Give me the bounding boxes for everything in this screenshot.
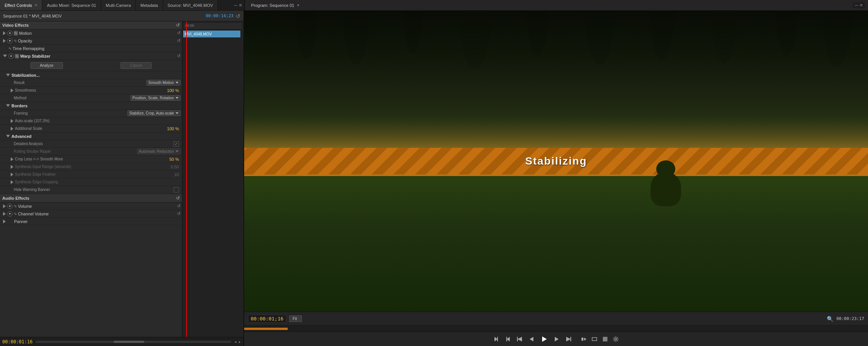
svg-rect-5 bbox=[517, 337, 518, 341]
fx-row-additional-scale[interactable]: Additional Scale 100 % bbox=[0, 125, 182, 133]
smoothness-expand-icon[interactable] bbox=[11, 89, 13, 92]
borders-expand-icon[interactable] bbox=[6, 104, 10, 107]
timeline-scrubber[interactable] bbox=[244, 325, 868, 331]
play-button[interactable] bbox=[539, 335, 549, 344]
transport-controls-right bbox=[579, 335, 620, 344]
fx-row-opacity[interactable]: ● ∿ Opacity ↺ bbox=[0, 37, 182, 45]
minimize-icon[interactable]: ─ bbox=[234, 2, 237, 8]
fx-row-advanced-header[interactable]: Advanced bbox=[0, 133, 182, 140]
fx-row-crop-smooth[interactable]: Crop Less <-> Smooth More 50 % bbox=[0, 155, 182, 163]
detailed-analysis-checkbox[interactable]: ✓ bbox=[174, 141, 179, 147]
fx-row-channel-volume[interactable]: ● ∿ Channel Volume ↺ bbox=[0, 210, 182, 218]
motion-toggle-icon[interactable]: ● bbox=[7, 31, 13, 36]
fx-row-warp-stabilizer[interactable]: ● fx Warp Stabilizer ↺ bbox=[0, 52, 182, 60]
nav-left-icon[interactable]: ◂ bbox=[234, 339, 237, 344]
fx-row-detailed-analysis[interactable]: Detailed Analysis ✓ bbox=[0, 140, 182, 148]
next-frame-button[interactable] bbox=[552, 335, 561, 344]
channel-volume-toggle-icon[interactable]: ● bbox=[7, 211, 13, 217]
overwrite-button[interactable] bbox=[590, 335, 599, 344]
prev-frame-button[interactable] bbox=[527, 335, 536, 344]
svg-marker-2 bbox=[507, 337, 510, 341]
warp-stabilizer-reset-icon[interactable]: ↺ bbox=[177, 53, 180, 58]
result-dropdown[interactable]: Smooth Motion bbox=[147, 80, 180, 86]
fx-row-volume[interactable]: ● ∿ Volume ↺ bbox=[0, 202, 182, 210]
settings-button[interactable] bbox=[611, 335, 620, 344]
volume-expand-icon[interactable] bbox=[3, 204, 6, 208]
channel-volume-label: Channel Volume bbox=[18, 212, 177, 216]
fx-row-synthesis-feather[interactable]: Synthesis Edge Feather 10 bbox=[0, 171, 182, 178]
detailed-analysis-label: Detailed Analysis bbox=[14, 142, 174, 146]
svg-marker-0 bbox=[494, 337, 498, 341]
stabilization-expand-icon[interactable] bbox=[6, 74, 10, 76]
analyze-button[interactable]: Analyze bbox=[31, 62, 63, 69]
warp-stabilizer-toggle-icon[interactable]: ● bbox=[8, 53, 14, 59]
reset-icon[interactable]: ↺ bbox=[236, 13, 240, 19]
grass-bottom bbox=[244, 176, 868, 312]
rolling-shutter-value: Automatic Reduction bbox=[139, 149, 174, 154]
advanced-expand-icon[interactable] bbox=[6, 135, 10, 137]
channel-volume-expand-icon[interactable] bbox=[3, 212, 6, 216]
fx-row-framing[interactable]: Framing Stabilize, Crop, Auto-scale bbox=[0, 110, 182, 117]
bear-silhouette bbox=[651, 172, 681, 206]
crop-smooth-expand-icon[interactable] bbox=[11, 157, 13, 161]
step-back-button[interactable] bbox=[515, 335, 524, 344]
cancel-button[interactable]: Cancel bbox=[121, 62, 151, 69]
stabilizing-banner: Stabilizing bbox=[244, 148, 868, 175]
method-dropdown[interactable]: Position, Scale, Rotation bbox=[130, 95, 180, 101]
fx-row-borders-header[interactable]: Borders bbox=[0, 102, 182, 110]
fx-row-smoothness[interactable]: Smoothness 100 % bbox=[0, 87, 182, 94]
additional-scale-expand-icon[interactable] bbox=[11, 127, 13, 131]
mark-out-button[interactable] bbox=[503, 335, 512, 344]
fx-row-autoscale[interactable]: Auto-scale (107.3%) bbox=[0, 117, 182, 125]
synthesis-crop-expand-icon[interactable] bbox=[11, 180, 13, 184]
tab-effect-controls[interactable]: Effect Controls ✕ bbox=[0, 0, 42, 10]
fx-row-stabilization-header[interactable]: Stabilization... bbox=[0, 71, 182, 79]
mark-in-button[interactable] bbox=[492, 335, 501, 344]
fx-row-synthesis-crop[interactable]: Synthesis Edge Cropping bbox=[0, 178, 182, 186]
volume-toggle-icon[interactable]: ● bbox=[7, 204, 13, 209]
opacity-toggle-icon[interactable]: ● bbox=[7, 38, 13, 44]
program-panel-menu[interactable]: ─ ≡ bbox=[853, 2, 865, 8]
motion-reset-icon[interactable]: ↺ bbox=[177, 31, 180, 36]
current-timecode: 00:00:01:16 bbox=[2, 339, 32, 344]
opacity-expand-icon[interactable] bbox=[3, 39, 6, 43]
panner-expand-icon[interactable] bbox=[3, 220, 6, 223]
fx-row-hide-warning[interactable]: Hide Warning Banner bbox=[0, 186, 182, 194]
fx-row-result[interactable]: Result Smooth Motion bbox=[0, 79, 182, 87]
rolling-shutter-dropdown[interactable]: Automatic Reduction bbox=[137, 149, 180, 154]
fx-row-motion[interactable]: ● fx Motion ↺ bbox=[0, 29, 182, 37]
program-tab-dropdown[interactable]: ▾ bbox=[297, 3, 299, 7]
fx-row-time-remapping[interactable]: ∿ Time Remapping bbox=[0, 45, 182, 52]
panel-menu[interactable]: ─ ≡ bbox=[232, 0, 244, 10]
fit-dropdown[interactable]: Fit bbox=[289, 315, 302, 322]
insert-button[interactable] bbox=[579, 335, 588, 344]
warp-stabilizer-expand-icon[interactable] bbox=[3, 55, 7, 57]
tab-multi-camera[interactable]: Multi-Camera bbox=[101, 0, 136, 10]
synthesis-feather-expand-icon[interactable] bbox=[11, 173, 13, 176]
motion-expand-icon[interactable] bbox=[3, 31, 6, 35]
export-frame-button[interactable] bbox=[601, 335, 610, 344]
synthesis-range-expand-icon[interactable] bbox=[11, 165, 13, 169]
video-effects-reset-icon[interactable]: ↺ bbox=[176, 23, 180, 28]
tab-source[interactable]: Source: MVI_4048.MOV bbox=[163, 0, 218, 10]
channel-volume-reset-icon[interactable]: ↺ bbox=[177, 211, 180, 216]
opacity-reset-icon[interactable]: ↺ bbox=[177, 38, 180, 43]
tab-audio-mixer[interactable]: Audio Mixer: Sequence 01 bbox=[42, 0, 101, 10]
step-fwd-button[interactable] bbox=[564, 335, 573, 344]
volume-reset-icon[interactable]: ↺ bbox=[177, 204, 180, 209]
tab-effect-controls-close[interactable]: ✕ bbox=[34, 3, 37, 7]
analyze-cancel-row: Analyze Cancel bbox=[0, 60, 182, 71]
autoscale-expand-icon[interactable] bbox=[11, 119, 13, 123]
audio-effects-reset-icon[interactable]: ↺ bbox=[176, 196, 180, 201]
fx-row-rolling-shutter[interactable]: Rolling Shutter Ripple Automatic Reducti… bbox=[0, 148, 182, 155]
fx-row-method[interactable]: Method Position, Scale, Rotation bbox=[0, 94, 182, 102]
panel-menu-icon[interactable]: ≡ bbox=[239, 2, 242, 8]
nav-right-icon[interactable]: ▸ bbox=[238, 339, 241, 344]
fx-row-synthesis-range[interactable]: Synthesis Input Range (seconds) 0.50 bbox=[0, 163, 182, 171]
clip-bar[interactable]: MVI_4048.MOV bbox=[183, 31, 240, 37]
fx-row-panner[interactable]: Panner bbox=[0, 218, 182, 225]
horizontal-scrollbar[interactable] bbox=[35, 341, 231, 343]
tab-metadata[interactable]: Metadata bbox=[136, 0, 163, 10]
hide-warning-checkbox[interactable] bbox=[174, 187, 179, 192]
framing-dropdown[interactable]: Stabilize, Crop, Auto-scale bbox=[127, 110, 180, 116]
